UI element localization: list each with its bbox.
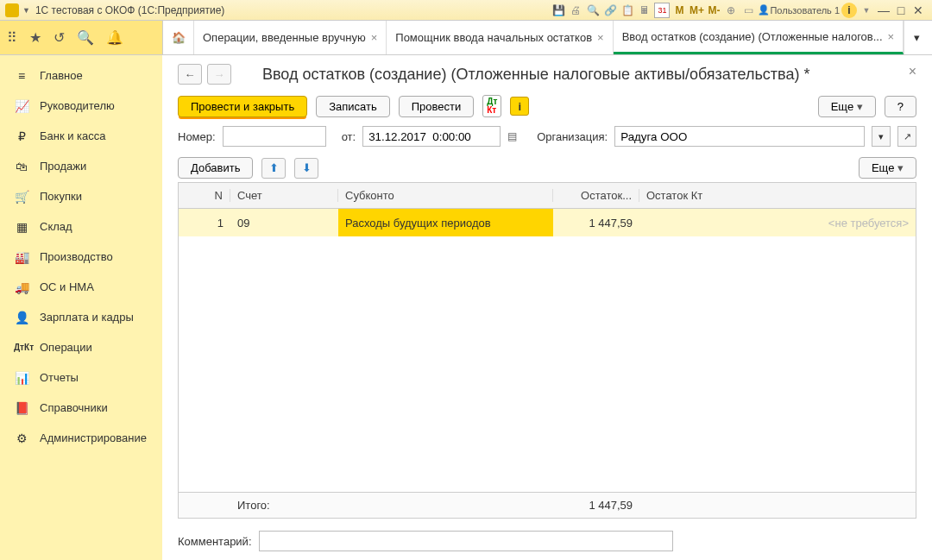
- table-more-button[interactable]: Еще: [859, 157, 916, 179]
- help-button[interactable]: ?: [885, 96, 916, 117]
- col-header-balance-dt[interactable]: Остаток...: [553, 189, 639, 202]
- window-title: 1С тестовая с ОКОФ (1С:Предприятие): [35, 4, 224, 16]
- tab-enter-balances[interactable]: Ввод остатков (создание) (Отложенные нал…: [614, 21, 904, 54]
- home-tab[interactable]: 🏠: [163, 21, 194, 54]
- grid-body[interactable]: 1 09 Расходы будущих периодов 1 447,59 <…: [179, 209, 916, 492]
- sidebar-item-label: Склад: [40, 220, 72, 233]
- nav-row: ← → Ввод остатков (создание) (Отложенные…: [178, 64, 916, 85]
- comment-input[interactable]: [259, 531, 673, 551]
- sidebar-item-assets[interactable]: 🚚ОС и НМА: [0, 272, 162, 302]
- col-header-subconto[interactable]: Субконто: [338, 189, 553, 202]
- menu-icon: ≡: [14, 69, 29, 83]
- sidebar-item-catalogs[interactable]: 📕Справочники: [0, 393, 162, 423]
- currency-icon: ₽: [14, 129, 29, 143]
- apps-icon[interactable]: ⠿: [7, 29, 17, 46]
- col-header-n[interactable]: N: [179, 189, 230, 202]
- footer-total-label: Итого:: [230, 499, 338, 512]
- scale-mplus-icon[interactable]: M+: [689, 3, 704, 18]
- sidebar-item-label: Операции: [40, 341, 92, 354]
- sidebar-item-operations[interactable]: ДтКтОперации: [0, 332, 162, 362]
- user-label[interactable]: 👤 Пользователь 1: [758, 3, 840, 18]
- sidebar-item-label: Зарплата и кадры: [40, 311, 134, 324]
- truck-icon: 🚚: [14, 280, 29, 294]
- sidebar-item-label: Справочники: [40, 401, 108, 414]
- factory-icon: 🏭: [14, 250, 29, 264]
- sidebar-item-label: Производство: [40, 250, 113, 263]
- sidebar-item-admin[interactable]: ⚙Администрирование: [0, 423, 162, 453]
- sidebar-item-manager[interactable]: 📈Руководителю: [0, 91, 162, 121]
- tabs-more-dropdown[interactable]: ▾: [904, 21, 929, 54]
- sidebar-item-reports[interactable]: 📊Отчеты: [0, 362, 162, 393]
- sidebar-item-label: Руководителю: [40, 99, 115, 112]
- move-up-button[interactable]: ⬆: [261, 158, 286, 179]
- dtkt-button[interactable]: ДтКт: [482, 95, 501, 117]
- col-header-account[interactable]: Счет: [230, 189, 338, 202]
- barchart-icon: 📊: [14, 371, 29, 385]
- organization-open-button[interactable]: ↗: [897, 126, 916, 147]
- cart-icon: 🛒: [14, 190, 29, 204]
- cell-subconto[interactable]: Расходы будущих периодов: [338, 209, 553, 236]
- close-window-icon[interactable]: ✕: [910, 3, 926, 18]
- maximize-icon[interactable]: □: [893, 3, 909, 18]
- number-input[interactable]: [223, 126, 326, 147]
- sidebar-item-sales[interactable]: 🛍Продажи: [0, 151, 162, 181]
- sidebar-item-bank[interactable]: ₽Банк и касса: [0, 121, 162, 151]
- add-row-button[interactable]: Добавить: [178, 157, 253, 179]
- more-button[interactable]: Еще: [818, 96, 876, 117]
- chart-icon: 📈: [14, 99, 29, 113]
- sidebar-item-main[interactable]: ≡Главное: [0, 60, 162, 91]
- calculator-icon[interactable]: 🖩: [637, 3, 652, 18]
- clipboard-icon[interactable]: 📋: [620, 3, 635, 18]
- sidebar-item-warehouse[interactable]: ▦Склад: [0, 211, 162, 242]
- history-icon[interactable]: ↺: [54, 29, 65, 46]
- tab-initial-balances-helper[interactable]: Помощник ввода начальных остатков ×: [387, 21, 613, 54]
- form-info-button[interactable]: i: [510, 97, 529, 116]
- post-and-close-button[interactable]: Провести и закрыть: [178, 96, 307, 117]
- sidebar-item-hr[interactable]: 👤Зарплата и кадры: [0, 302, 162, 332]
- panel-icon[interactable]: ▭: [740, 3, 756, 18]
- close-form-icon[interactable]: ×: [909, 64, 916, 79]
- page-title: Ввод остатков (создание) (Отложенные нал…: [262, 66, 809, 84]
- book-icon: 📕: [14, 401, 29, 415]
- sidebar-item-label: Продажи: [40, 160, 86, 173]
- info-dropdown-icon[interactable]: ▼: [859, 3, 874, 18]
- main-area: ≡Главное 📈Руководителю ₽Банк и касса 🛍Пр…: [0, 55, 932, 560]
- save-button[interactable]: Записать: [316, 96, 390, 117]
- notifications-icon[interactable]: 🔔: [106, 29, 123, 46]
- move-down-button[interactable]: ⬇: [294, 158, 318, 179]
- scale-mminus-icon[interactable]: M-: [706, 3, 721, 18]
- app-menu-dropdown-icon[interactable]: ▼: [22, 6, 30, 15]
- favorite-icon[interactable]: ★: [29, 29, 41, 46]
- post-button[interactable]: Провести: [399, 96, 475, 117]
- print-icon[interactable]: 🖨: [568, 3, 583, 18]
- zoom-icon[interactable]: ⊕: [723, 3, 739, 18]
- tabs-area: 🏠 Операции, введенные вручную × Помощник…: [162, 21, 932, 54]
- organization-input[interactable]: [614, 126, 865, 147]
- link-icon[interactable]: 🔗: [602, 3, 618, 18]
- sidebar-item-purchases[interactable]: 🛒Покупки: [0, 181, 162, 211]
- info-icon[interactable]: i: [841, 3, 857, 18]
- tab-operations-manual[interactable]: Операции, введенные вручную ×: [194, 21, 387, 54]
- nav-back-button[interactable]: ←: [178, 64, 202, 85]
- search-toolbar-icon[interactable]: 🔍: [77, 29, 94, 46]
- date-label: от:: [342, 130, 356, 143]
- sidebar-item-label: Отчеты: [40, 371, 79, 384]
- col-header-balance-kt[interactable]: Остаток Кт: [639, 189, 916, 202]
- tab-close-icon[interactable]: ×: [888, 30, 895, 43]
- sidebar-item-production[interactable]: 🏭Производство: [0, 242, 162, 272]
- tab-close-icon[interactable]: ×: [597, 31, 604, 44]
- minimize-icon[interactable]: —: [876, 3, 891, 18]
- nav-forward-button[interactable]: →: [207, 64, 231, 85]
- cell-balance-dt: 1 447,59: [553, 209, 639, 236]
- organization-dropdown-button[interactable]: ▾: [872, 126, 891, 147]
- grid-row[interactable]: 1 09 Расходы будущих периодов 1 447,59 <…: [179, 209, 916, 236]
- scale-m-icon[interactable]: M: [671, 3, 687, 18]
- search-icon[interactable]: 🔍: [585, 3, 601, 18]
- grid-icon: ▦: [14, 220, 29, 234]
- tab-close-icon[interactable]: ×: [371, 31, 378, 44]
- data-grid: N Счет Субконто Остаток... Остаток Кт 1 …: [178, 182, 916, 519]
- date-list-icon[interactable]: ▤: [507, 130, 521, 142]
- date-input[interactable]: [362, 126, 501, 147]
- calendar-icon[interactable]: 31: [654, 3, 670, 18]
- save-icon[interactable]: 💾: [551, 3, 566, 18]
